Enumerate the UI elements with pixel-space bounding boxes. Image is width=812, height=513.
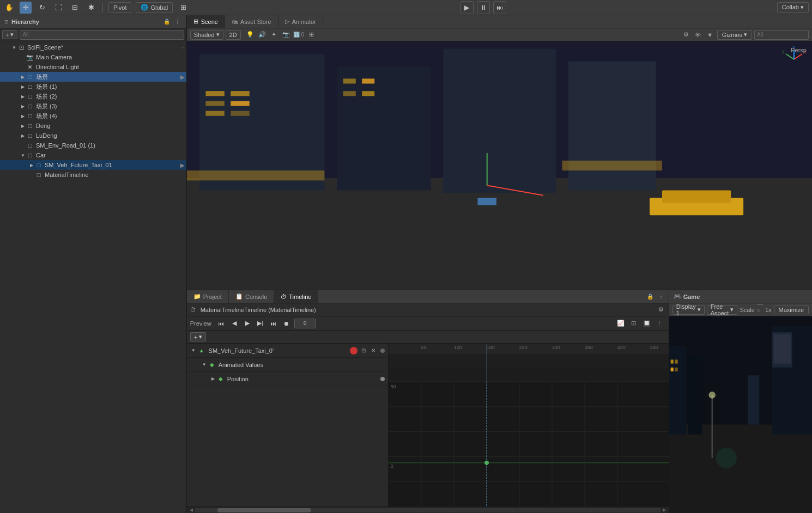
track-item-taxi[interactable]: ▼ ▲ SM_Veh_Future_Taxi_0' ⊡ ✕	[187, 344, 388, 358]
fit-view-btn[interactable]: ⊡	[628, 318, 639, 329]
hierarchy-item-ludeng[interactable]: ▶ □ LuDeng	[0, 131, 186, 141]
hierarchy-item-scenefile[interactable]: ▼ ⊡ SciFi_Scene* ⋮	[0, 42, 186, 52]
grid-icon[interactable]: ⊞	[177, 2, 189, 14]
grid-toggle-icon[interactable]: ⊞	[306, 30, 316, 40]
maximize-button[interactable]: Maximize	[774, 306, 809, 314]
taxi-context-btn[interactable]: ▶	[179, 161, 186, 169]
timeline-ruler: 60 120 180 240 300 360 420 480	[389, 344, 669, 353]
snap-btn[interactable]: 🔲	[641, 318, 652, 329]
prev-step-fwd-btn[interactable]: ▶|	[255, 318, 266, 329]
curve-editor-btn[interactable]: 📈	[615, 318, 626, 329]
tab-lock-btn[interactable]: 🔒	[646, 292, 655, 301]
add-track-button[interactable]: + ▾	[190, 332, 206, 341]
hierarchy-item-materialtimeline[interactable]: □ MaterialTimeline	[0, 170, 186, 180]
hierarchy-item-deng[interactable]: ▶ □ Deng	[0, 121, 186, 131]
hierarchy-item-scene4[interactable]: ▶ □ 场景 (4)	[0, 111, 186, 121]
scale-tool-icon[interactable]: ⛶	[52, 2, 64, 14]
hierarchy-search-input[interactable]	[20, 30, 184, 40]
scene-context-btn[interactable]: ⋮	[179, 44, 186, 51]
pivot-button[interactable]: Pivot	[108, 2, 131, 13]
preview-time-input[interactable]: 0	[294, 319, 316, 328]
scene-tab-icon: ⊞	[193, 18, 198, 25]
hierarchy-item-directionallight[interactable]: ☀ Directional Light	[0, 62, 186, 72]
more-options-btn[interactable]: ⋮	[655, 318, 665, 329]
scrollbar-track[interactable]	[195, 508, 661, 512]
tab-menu-btn[interactable]: ⋮	[657, 292, 665, 301]
game-tab[interactable]: 🎮 Game	[674, 293, 700, 300]
timeline-settings-btn[interactable]: ⚙	[657, 306, 665, 314]
hierarchy-item-scene1[interactable]: ▶ □ 场景 (1)	[0, 82, 186, 91]
gizmos-button[interactable]: Gizmos ▾	[717, 30, 752, 40]
tab-actions: 🔒 ⋮	[646, 292, 669, 301]
scroll-left-btn[interactable]: ◀	[188, 507, 195, 514]
hierarchy-item-road[interactable]: □ SM_Env_Road_01 (1)	[0, 141, 186, 150]
hierarchy-item-maincamera[interactable]: 📷 Main Camera	[0, 52, 186, 62]
step-button[interactable]: ⏭	[493, 1, 506, 14]
svg-rect-53	[675, 359, 677, 363]
pivot-label: Pivot	[113, 4, 126, 11]
ruler-360: 360	[585, 344, 593, 350]
timeline-scrollbar[interactable]: ◀ ▶	[187, 506, 669, 513]
hierarchy-item-scene0[interactable]: ▶ □ 场景 ▶	[0, 72, 186, 82]
effects-icon[interactable]: ✦	[269, 30, 279, 40]
track-dot	[380, 349, 385, 353]
custom-tool-icon[interactable]: ✱	[85, 2, 97, 14]
scene-view-mode-icon[interactable]: 👁	[693, 30, 703, 40]
scene-search-input[interactable]	[754, 30, 809, 40]
scroll-right-btn[interactable]: ▶	[661, 507, 668, 514]
track-arrow-pos[interactable]: ▶	[210, 376, 216, 382]
track-record-btn[interactable]	[350, 347, 357, 355]
scrollbar-thumb[interactable]	[217, 508, 311, 512]
aspect-dropdown[interactable]: Free Aspect ▾	[707, 305, 738, 315]
display-dropdown[interactable]: Display 1 ▾	[672, 305, 705, 315]
play-button[interactable]: ▶	[460, 1, 474, 14]
track-item-animated[interactable]: ▼ ◆ Animated Values	[187, 358, 388, 372]
hierarchy-lock-btn[interactable]: 🔒	[162, 17, 171, 26]
move-tool-icon[interactable]: ✛	[20, 2, 32, 14]
hierarchy-item-scene3[interactable]: ▶ □ 场景 (3)	[0, 101, 186, 111]
track-clone-btn[interactable]: ⊡	[360, 347, 367, 355]
no-arrow	[28, 172, 35, 178]
tab-project[interactable]: 📁 Project	[187, 290, 229, 303]
track-delete-btn[interactable]: ✕	[369, 347, 377, 355]
prev-record-btn[interactable]: ⏺	[281, 318, 292, 329]
tab-timeline[interactable]: ⏱ Timeline	[274, 290, 318, 303]
scene-camera-icon2[interactable]: ▼	[705, 30, 715, 40]
hand-tool-icon[interactable]: ✋	[3, 2, 15, 14]
tab-animator[interactable]: ▷ Animator	[278, 15, 323, 28]
hierarchy-actions: 🔒 ⋮	[162, 17, 182, 26]
tab-scene[interactable]: ⊞ Scene	[187, 15, 225, 28]
track-item-position[interactable]: ▶ ◆ Position	[187, 372, 388, 386]
hierarchy-item-taxi[interactable]: ▶ □ SM_Veh_Future_Taxi_01 ▶	[0, 160, 186, 170]
tab-console[interactable]: 📋 Console	[229, 290, 274, 303]
2d-button[interactable]: 2D	[226, 30, 241, 40]
shading-dropdown[interactable]: Shaded ▾	[190, 30, 223, 40]
scene0-context-btn[interactable]: ▶	[179, 73, 186, 81]
svg-rect-3	[337, 66, 431, 191]
prev-end-btn[interactable]: ⏭	[268, 318, 279, 329]
scene-settings-icon[interactable]: ⚙	[681, 30, 691, 40]
svg-rect-55	[675, 368, 677, 371]
hierarchy-add-button[interactable]: + ▾	[2, 30, 17, 39]
prev-step-back-btn[interactable]: ◀	[229, 318, 240, 329]
bottom-tabs: 📁 Project 📋 Console ⏱ Timeline 🔒 ⋮	[187, 290, 669, 303]
asset-store-label: Asset Store	[240, 19, 271, 25]
ruler-120: 120	[454, 344, 462, 350]
collab-button[interactable]: Collab ▾	[777, 2, 809, 13]
track-arrow-taxi[interactable]: ▼	[190, 347, 197, 354]
hierarchy-item-scene2[interactable]: ▶ □ 场景 (2)	[0, 91, 186, 101]
tab-asset-store[interactable]: 🛍 Asset Store	[225, 15, 278, 28]
lighting-icon[interactable]: 💡	[245, 30, 255, 40]
hierarchy-item-car[interactable]: ▼ □ Car	[0, 150, 186, 160]
track-arrow-animated[interactable]: ▼	[201, 362, 208, 368]
prev-start-btn[interactable]: ⏮	[216, 318, 227, 329]
global-button[interactable]: 🌐 Global	[136, 2, 173, 13]
hierarchy-menu-btn[interactable]: ⋮	[173, 17, 182, 26]
svg-rect-65	[773, 334, 790, 363]
audio-icon[interactable]: 🔊	[257, 30, 267, 40]
scene-cam-icon[interactable]: 📷	[281, 30, 291, 40]
prev-play-btn[interactable]: ▶	[242, 318, 253, 329]
pause-button[interactable]: ⏸	[477, 1, 490, 14]
rotate-tool-icon[interactable]: ↻	[36, 2, 48, 14]
rect-tool-icon[interactable]: ⊞	[69, 2, 81, 14]
